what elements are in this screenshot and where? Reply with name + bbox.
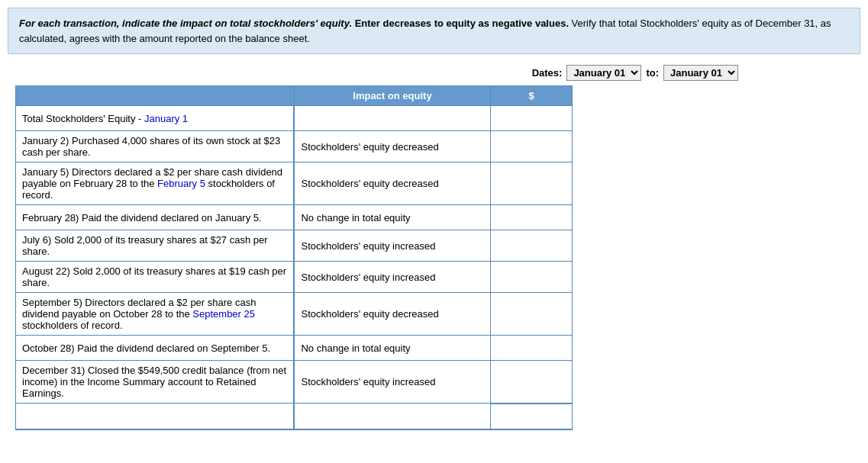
row-dollar[interactable]: [490, 361, 572, 404]
date-to-select[interactable]: January 01: [663, 65, 738, 81]
dollar-input[interactable]: [497, 237, 566, 254]
dates-to-label: to:: [646, 67, 659, 79]
table-header-row: Impact on equity $: [16, 86, 573, 106]
row-impact: No change in total equity: [294, 205, 490, 230]
row-impact: [294, 106, 490, 131]
jan-link: January 1: [144, 113, 188, 124]
dates-row: Dates: January 01 to: January 01: [8, 65, 860, 81]
row-desc: August 22) Sold 2,000 of its treasury sh…: [16, 262, 295, 293]
table-row: October 28) Paid the dividend declared o…: [16, 336, 573, 361]
row-dollar[interactable]: [490, 293, 572, 336]
header-dollar: $: [490, 86, 572, 106]
table-row: August 22) Sold 2,000 of its treasury sh…: [16, 262, 573, 293]
table-row: Total Stockholders' Equity - January 1: [16, 106, 573, 131]
instruction-bold: Enter decreases to equity as negative va…: [352, 18, 569, 29]
row-desc: July 6) Sold 2,000 of its treasury share…: [16, 230, 295, 262]
row-desc: January 5) Directors declared a $2 per s…: [16, 162, 295, 205]
row-impact: Stockholders' equity increased: [294, 262, 490, 293]
row-dollar[interactable]: [490, 106, 572, 131]
row-dollar[interactable]: [490, 162, 572, 205]
total-row-impact: [294, 404, 490, 429]
dollar-input[interactable]: [497, 339, 566, 356]
row-impact: Stockholders' equity increased: [294, 230, 490, 262]
row-dollar[interactable]: [490, 262, 572, 293]
table-row: January 2) Purchased 4,000 shares of its…: [16, 131, 573, 162]
row-impact: Stockholders' equity decreased: [294, 131, 490, 162]
date-from-select[interactable]: January 01: [566, 65, 641, 81]
row-impact: Stockholders' equity decreased: [294, 293, 490, 336]
table-row: February 28) Paid the dividend declared …: [16, 205, 573, 230]
dollar-input[interactable]: [497, 138, 566, 155]
sep25-link: September 25: [192, 308, 255, 320]
dollar-input[interactable]: [497, 268, 566, 285]
total-row-dollar[interactable]: [490, 404, 572, 429]
table-row: July 6) Sold 2,000 of its treasury share…: [16, 230, 573, 262]
table-row: December 31) Closed the $549,500 credit …: [16, 361, 573, 404]
dollar-input[interactable]: [497, 373, 566, 390]
row-desc: December 31) Closed the $549,500 credit …: [16, 361, 295, 404]
instruction-box: For each transaction, indicate the impac…: [8, 8, 860, 54]
feb5-link: February 5: [157, 178, 205, 189]
header-impact: Impact on equity: [294, 86, 490, 106]
equity-table: Impact on equity $ Total Stockholders' E…: [15, 85, 573, 430]
row-impact: No change in total equity: [294, 336, 490, 361]
row-dollar[interactable]: [490, 336, 572, 361]
dollar-input[interactable]: [497, 306, 566, 323]
dollar-input[interactable]: [497, 110, 566, 127]
row-desc: Total Stockholders' Equity - January 1: [16, 106, 295, 131]
row-dollar[interactable]: [490, 205, 572, 230]
dollar-input[interactable]: [497, 175, 566, 192]
total-row-desc: [16, 404, 295, 429]
table-row: January 5) Directors declared a $2 per s…: [16, 162, 573, 205]
row-impact: Stockholders' equity decreased: [294, 162, 490, 205]
dates-label: Dates:: [532, 67, 563, 79]
table-total-row: [16, 404, 573, 429]
row-desc: January 2) Purchased 4,000 shares of its…: [16, 131, 295, 162]
row-desc: February 28) Paid the dividend declared …: [16, 205, 295, 230]
row-desc: October 28) Paid the dividend declared o…: [16, 336, 295, 361]
header-description: [16, 86, 295, 106]
row-desc: September 5) Directors declared a $2 per…: [16, 293, 295, 336]
row-dollar[interactable]: [490, 230, 572, 262]
instruction-italic-bold: For each transaction, indicate the impac…: [19, 18, 352, 29]
row-impact: Stockholders' equity increased: [294, 361, 490, 404]
dollar-input[interactable]: [497, 209, 566, 226]
table-row: September 5) Directors declared a $2 per…: [16, 293, 573, 336]
total-dollar-input[interactable]: [497, 408, 566, 425]
row-dollar[interactable]: [490, 131, 572, 162]
